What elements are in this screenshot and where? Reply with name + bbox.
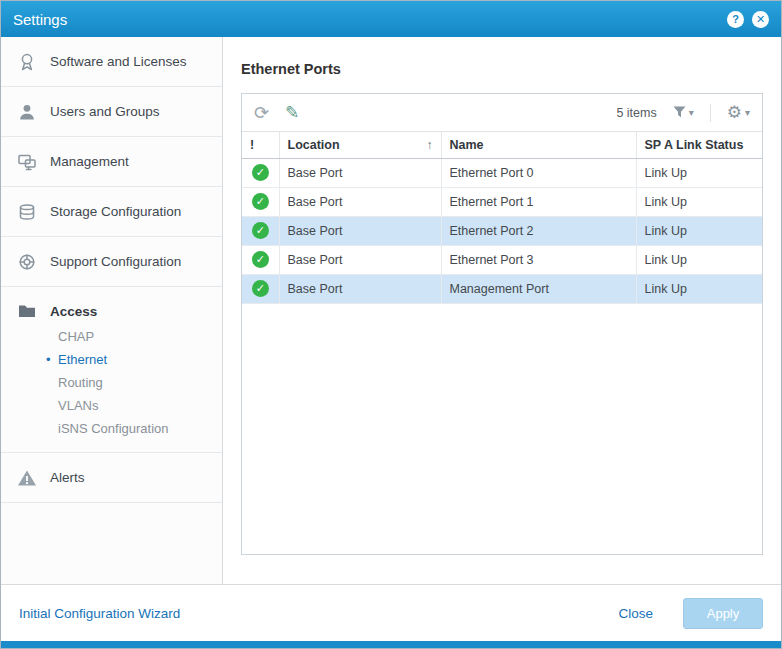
sidebar-subitem-label: CHAP [58,329,94,344]
storage-disks-icon [17,202,37,222]
help-icon[interactable]: ? [727,11,744,28]
status-ok-icon: ✓ [252,164,269,181]
table-empty-area [242,304,762,555]
table-toolbar: ⟳ ✎ 5 items ▾ ⚙ ▾ [242,94,762,132]
sidebar-subitem-label: VLANs [58,398,98,413]
titlebar-icons: ? ✕ [727,11,769,28]
column-header-name[interactable]: Name [441,132,636,158]
cell-name: Management Port [441,274,636,303]
cell-location: Base Port [279,187,441,216]
settings-dropdown[interactable]: ⚙ ▾ [727,104,750,121]
settings-window: Settings ? ✕ Software and Licenses Users… [0,0,782,649]
sidebar-subitem-label: Ethernet [58,352,107,367]
award-icon [17,52,37,72]
status-ok-icon: ✓ [252,222,269,239]
sidebar-item-label: Support Configuration [50,254,181,269]
window-title: Settings [13,11,67,28]
cell-name: Ethernet Port 0 [441,158,636,187]
sidebar-subitem-ethernet[interactable]: • Ethernet [1,348,222,371]
column-header-link-status[interactable]: SP A Link Status [636,132,762,158]
sidebar-subitem-label: iSNS Configuration [58,421,169,436]
cell-link-status: Link Up [636,187,762,216]
table-row[interactable]: ✓ Base Port Ethernet Port 0 Link Up [242,158,762,187]
alert-triangle-icon [17,468,37,488]
sidebar-item-label: Access [50,304,97,319]
initial-configuration-wizard-link[interactable]: Initial Configuration Wizard [19,606,180,621]
cell-link-status: Link Up [636,245,762,274]
folder-icon [17,301,37,321]
sidebar-subitem-isns-configuration[interactable]: iSNS Configuration [1,417,222,440]
column-header-label: Name [450,138,484,152]
close-button[interactable]: Close [618,606,653,621]
support-icon [17,252,37,272]
close-icon[interactable]: ✕ [752,11,769,28]
cell-location: Base Port [279,274,441,303]
main-panel: Ethernet Ports ⟳ ✎ 5 items ▾ ⚙ [223,37,781,584]
status-ok-icon: ✓ [252,193,269,210]
sidebar-item-support-configuration[interactable]: Support Configuration [1,237,222,287]
sidebar-subitem-vlans[interactable]: VLANs [1,394,222,417]
filter-dropdown[interactable]: ▾ [673,104,694,122]
cell-link-status: Link Up [636,158,762,187]
footer: Initial Configuration Wizard Close Apply [1,584,781,641]
sidebar-subitem-chap[interactable]: CHAP [1,325,222,348]
filter-icon [673,104,686,122]
column-header-location[interactable]: Location ↑ [279,132,441,158]
ethernet-ports-table: ! Location ↑ Name [242,132,762,304]
column-header-label: ! [250,138,254,152]
cell-name: Ethernet Port 1 [441,187,636,216]
page-title: Ethernet Ports [241,61,763,77]
chevron-down-icon: ▾ [689,107,694,118]
table-row[interactable]: ✓ Base Port Ethernet Port 3 Link Up [242,245,762,274]
sidebar-item-label: Alerts [50,470,85,485]
status-ok-icon: ✓ [252,251,269,268]
apply-button[interactable]: Apply [683,598,763,629]
sidebar-item-label: Users and Groups [50,104,160,119]
cell-name: Ethernet Port 3 [441,245,636,274]
sidebar-item-label: Management [50,154,129,169]
table-row[interactable]: ✓ Base Port Ethernet Port 1 Link Up [242,187,762,216]
sidebar-subitem-routing[interactable]: Routing [1,371,222,394]
ethernet-ports-panel: ⟳ ✎ 5 items ▾ ⚙ ▾ [241,93,763,555]
sidebar-item-label: Storage Configuration [50,204,181,219]
sidebar-item-access[interactable]: Access [1,297,222,325]
edit-icon[interactable]: ✎ [285,104,299,121]
user-icon [17,102,37,122]
sidebar-subitem-label: Routing [58,375,103,390]
selected-bullet-icon: • [46,348,51,371]
sidebar-item-management[interactable]: Management [1,137,222,187]
cell-location: Base Port [279,216,441,245]
column-header-label: SP A Link Status [645,138,744,152]
chevron-down-icon: ▾ [745,107,750,118]
table-row[interactable]: ✓ Base Port Ethernet Port 2 Link Up [242,216,762,245]
titlebar: Settings ? ✕ [1,1,781,37]
cell-link-status: Link Up [636,216,762,245]
sidebar-item-storage-configuration[interactable]: Storage Configuration [1,187,222,237]
sidebar: Software and Licenses Users and Groups M… [1,37,223,584]
sidebar-item-software-and-licenses[interactable]: Software and Licenses [1,37,222,87]
window-body: Software and Licenses Users and Groups M… [1,37,781,584]
cell-location: Base Port [279,158,441,187]
sidebar-item-label: Software and Licenses [50,54,187,69]
cell-location: Base Port [279,245,441,274]
status-ok-icon: ✓ [252,280,269,297]
table-header-row: ! Location ↑ Name [242,132,762,158]
sidebar-access-group: Access CHAP • Ethernet Routing VLANs iSN… [1,287,222,453]
toolbar-divider [710,104,711,122]
sort-ascending-icon: ↑ [427,138,433,152]
column-header-label: Location [288,138,340,152]
table-row[interactable]: ✓ Base Port Management Port Link Up [242,274,762,303]
cell-name: Ethernet Port 2 [441,216,636,245]
items-count: 5 items [616,106,656,120]
gear-icon: ⚙ [727,104,742,121]
monitors-icon [17,152,37,172]
column-header-status[interactable]: ! [242,132,279,158]
refresh-icon[interactable]: ⟳ [254,104,269,122]
sidebar-item-alerts[interactable]: Alerts [1,453,222,503]
cell-link-status: Link Up [636,274,762,303]
window-bottom-edge [1,641,781,648]
sidebar-item-users-and-groups[interactable]: Users and Groups [1,87,222,137]
